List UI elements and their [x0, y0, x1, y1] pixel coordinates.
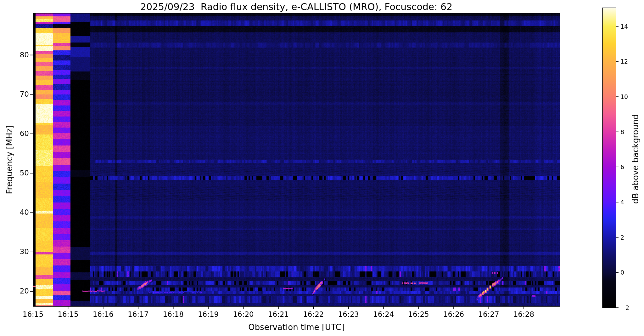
x-tick-label: 16:15: [58, 310, 78, 318]
colorbar-tick-label: 14: [620, 23, 628, 30]
x-tick-label: 16:23: [338, 310, 359, 318]
y-tick-label: 50: [11, 169, 29, 177]
x-tick-label: 16:26: [443, 310, 464, 318]
y-tick-label: 80: [11, 51, 29, 59]
x-tick-label: 16:21: [268, 310, 289, 318]
colorbar-tick-label: 10: [620, 93, 628, 100]
colorbar-tick-label: 12: [620, 58, 628, 65]
spectrogram-canvas: [0, 0, 644, 336]
colorbar-tick-label: 2: [620, 234, 624, 241]
y-tick-label: 30: [11, 248, 29, 256]
colorbar-tick-label: 4: [620, 199, 624, 206]
x-tick-label: 16:15: [23, 310, 43, 318]
colorbar-tick-label: 0: [620, 269, 624, 276]
x-tick-label: 16:20: [233, 310, 254, 318]
y-tick-label: 60: [11, 129, 29, 138]
x-tick-label: 16:22: [303, 310, 324, 318]
colorbar-tick-label: 8: [620, 128, 624, 135]
y-tick-label: 70: [11, 90, 29, 98]
chart-title: 2025/09/23 Radio flux density, e-CALLIST…: [140, 1, 452, 12]
x-axis-label: Observation time [UTC]: [248, 322, 344, 332]
x-tick-label: 16:27: [478, 310, 499, 318]
x-tick-label: 16:25: [408, 310, 429, 318]
x-tick-label: 16:17: [128, 310, 148, 318]
y-tick-label: 40: [11, 208, 29, 216]
figure: 2025/09/23 Radio flux density, e-CALLIST…: [0, 0, 644, 336]
colorbar-label: dB above background: [631, 114, 640, 204]
colorbar-tick-label: 6: [620, 163, 624, 170]
y-tick-label: 20: [11, 287, 29, 295]
x-tick-label: 16:18: [163, 310, 184, 318]
x-tick-label: 16:28: [513, 310, 534, 318]
x-tick-label: 16:16: [93, 310, 114, 318]
colorbar-tick-label: −2: [620, 304, 629, 311]
x-tick-label: 16:19: [198, 310, 219, 318]
x-tick-label: 16:24: [373, 310, 394, 318]
